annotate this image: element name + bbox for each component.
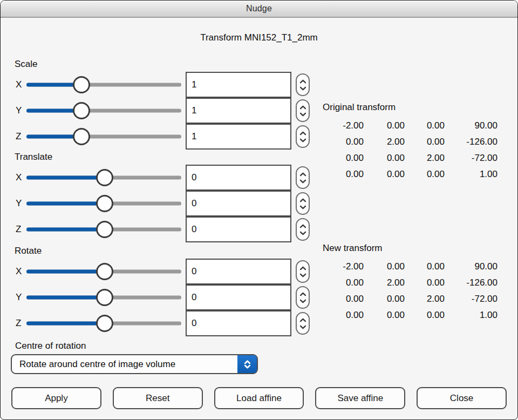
matrix-cell: -2.00 [323, 259, 364, 275]
slider-thumb[interactable] [96, 221, 113, 238]
spin-down-button[interactable] [299, 324, 306, 330]
slider-fill [26, 176, 105, 180]
matrix-cell: 0.00 [364, 259, 405, 275]
chevron-up-icon [299, 198, 306, 202]
save-affine-button[interactable]: Save affine [315, 387, 405, 409]
matrix-cell: 1.00 [445, 166, 497, 182]
translate-z-slider[interactable] [26, 216, 181, 242]
spin-down-button[interactable] [299, 204, 306, 210]
slider-thumb[interactable] [96, 289, 113, 306]
translate-x-input[interactable] [186, 165, 291, 191]
spin-down-button[interactable] [299, 272, 306, 278]
rotate-x-input[interactable] [186, 259, 291, 284]
nudge-dialog: Nudge Transform MNI152_T1_2mm Scale X Y [0, 0, 518, 420]
slider-track[interactable] [26, 83, 181, 87]
chevron-up-icon [299, 292, 306, 296]
spin-down-button[interactable] [299, 178, 306, 184]
scale-x-slider[interactable] [26, 72, 181, 98]
slider-thumb[interactable] [73, 76, 90, 93]
slider-thumb[interactable] [96, 263, 113, 280]
spin-up-button[interactable] [299, 197, 306, 203]
page-title: Transform MNI152_T1_2mm [1, 32, 517, 43]
slider-thumb[interactable] [73, 102, 90, 119]
spin-up-button[interactable] [299, 317, 306, 323]
chevron-down-icon [299, 205, 306, 209]
scale-z-input[interactable] [186, 124, 291, 150]
slider-track[interactable] [26, 109, 181, 113]
slider-thumb[interactable] [73, 128, 90, 145]
axis-label: Y [16, 292, 26, 303]
scale-x-row: X [1, 72, 316, 98]
translate-y-slider[interactable] [26, 191, 181, 216]
load-affine-button[interactable]: Load affine [214, 387, 304, 409]
axis-label: Y [16, 105, 26, 116]
rotate-y-input[interactable] [186, 284, 291, 310]
translate-group: Translate X Y [1, 151, 316, 242]
matrix-cell: 0.00 [323, 291, 364, 307]
spin-down-button[interactable] [299, 111, 306, 117]
translate-x-slider[interactable] [26, 165, 181, 191]
spin-up-button[interactable] [299, 78, 306, 84]
chevron-up-icon [299, 131, 306, 136]
chevron-up-icon [299, 105, 306, 110]
rotate-z-row: Z [1, 310, 316, 336]
spin-up-button[interactable] [299, 171, 306, 177]
slider-thumb[interactable] [96, 195, 113, 212]
spin-up-button[interactable] [299, 130, 306, 136]
rotate-x-row: X [1, 259, 316, 284]
matrix-cell: 0.00 [323, 166, 364, 182]
chevron-up-icon [299, 172, 306, 177]
chevron-down-icon [299, 231, 306, 235]
spin-up-button[interactable] [299, 223, 306, 229]
translate-z-input[interactable] [186, 216, 291, 242]
apply-button[interactable]: Apply [11, 387, 101, 409]
slider-fill [26, 202, 105, 206]
scale-y-row: Y [1, 98, 316, 124]
slider-fill [26, 270, 105, 274]
button-bar: Apply Reset Load affine Save affine Clos… [1, 387, 517, 409]
scale-z-slider[interactable] [26, 124, 181, 150]
chevron-up-icon [299, 266, 306, 270]
slider-thumb[interactable] [96, 315, 113, 332]
translate-y-input[interactable] [186, 191, 291, 216]
slider-thumb[interactable] [96, 169, 113, 186]
popup-stepper[interactable] [237, 355, 257, 373]
spin-down-button[interactable] [299, 298, 306, 304]
rotate-x-slider[interactable] [26, 259, 181, 284]
chevron-up-icon [299, 318, 306, 322]
rotate-z-input[interactable] [186, 310, 291, 336]
spin-up-button[interactable] [299, 265, 306, 271]
chevron-down-icon [299, 86, 306, 91]
rotate-y-spinner [296, 286, 310, 309]
scale-x-spinner [296, 73, 310, 96]
translate-x-row: X [1, 165, 316, 191]
scale-x-input[interactable] [186, 72, 291, 98]
matrix-cell: 0.00 [405, 307, 445, 323]
spin-up-button[interactable] [299, 291, 306, 297]
rotate-z-slider[interactable] [26, 310, 181, 336]
rotate-x-spinner [296, 260, 310, 283]
translate-z-spinner [296, 218, 310, 241]
slider-fill [26, 322, 105, 326]
slider-track[interactable] [26, 135, 181, 139]
rotate-y-slider[interactable] [26, 284, 181, 310]
spin-up-button[interactable] [299, 104, 306, 110]
axis-label: Z [16, 224, 26, 235]
reset-button[interactable]: Reset [113, 387, 203, 409]
spin-down-button[interactable] [299, 137, 306, 143]
chevron-down-icon [299, 112, 306, 117]
spin-down-button[interactable] [299, 85, 306, 91]
scale-y-input[interactable] [186, 98, 291, 124]
matrix-cell: 0.00 [364, 150, 405, 166]
close-button[interactable]: Close [417, 387, 507, 409]
matrix-cell: 2.00 [364, 275, 405, 291]
centre-of-rotation-select[interactable]: Rotate around centre of image volume [11, 354, 258, 374]
scale-y-slider[interactable] [26, 98, 181, 124]
matrix-cell: 2.00 [405, 150, 445, 166]
matrix-cell: 0.00 [405, 134, 445, 150]
original-transform-matrix: -2.00 0.00 0.00 90.00 0.00 2.00 0.00 -12… [323, 118, 501, 182]
scale-y-spinner [296, 99, 310, 122]
new-transform-label: New transform [323, 243, 501, 255]
spin-down-button[interactable] [299, 230, 306, 236]
window-titlebar[interactable]: Nudge [1, 1, 517, 18]
